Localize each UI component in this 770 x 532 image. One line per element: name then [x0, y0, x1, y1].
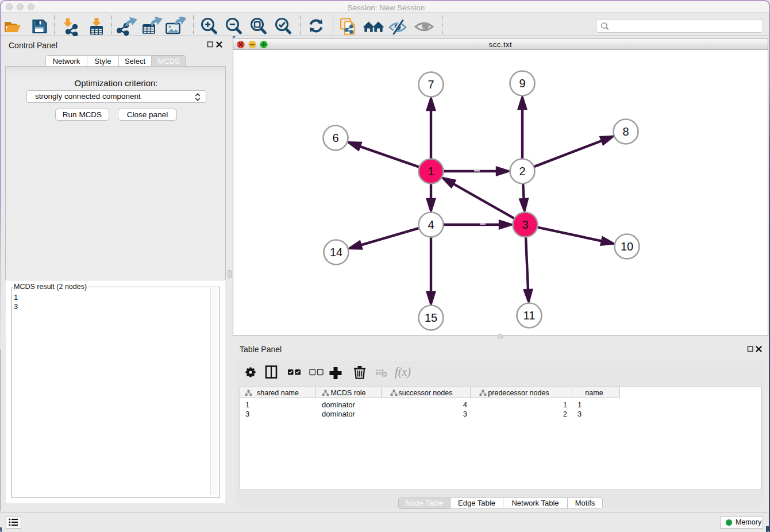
svg-text:9: 9: [519, 77, 525, 90]
svg-text:15: 15: [425, 311, 437, 324]
svg-text:2: 2: [519, 165, 525, 178]
svg-text:11: 11: [523, 309, 536, 322]
svg-text:14: 14: [330, 246, 342, 259]
svg-text:7: 7: [428, 78, 434, 91]
svg-text:1: 1: [428, 165, 434, 178]
svg-text:8: 8: [622, 125, 629, 138]
svg-text:10: 10: [621, 240, 633, 253]
svg-text:6: 6: [332, 132, 338, 144]
svg-text:f(x): f(x): [395, 365, 411, 379]
svg-text:4: 4: [428, 218, 434, 231]
svg-text:3: 3: [522, 218, 528, 231]
